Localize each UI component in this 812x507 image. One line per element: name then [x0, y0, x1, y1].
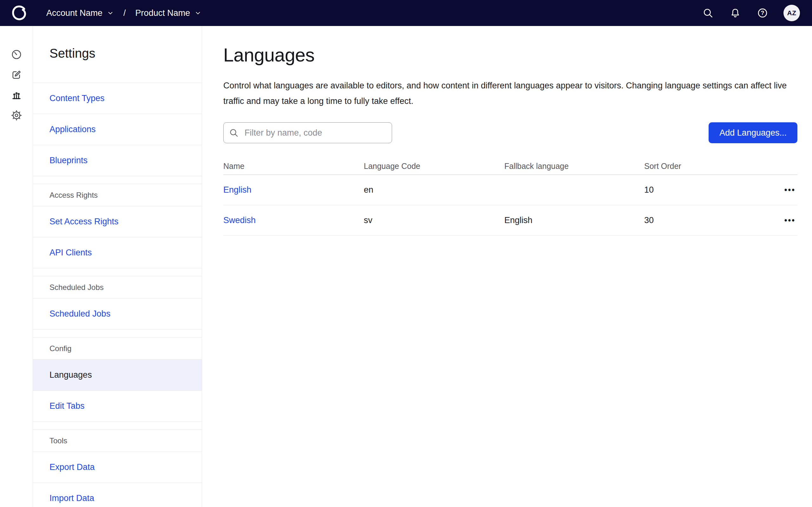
compose-icon[interactable] [9, 69, 23, 80]
table-row-english: Englishen10••• [223, 175, 798, 205]
language-name-link[interactable]: Swedish [223, 216, 364, 225]
table-header: NameLanguage CodeFallback languageSort O… [223, 158, 798, 175]
search-icon[interactable] [702, 7, 714, 19]
breadcrumb-separator: / [123, 8, 126, 18]
avatar[interactable]: AZ [783, 5, 800, 21]
column-header-language-code: Language Code [364, 162, 504, 171]
sidebar-group-heading-access-rights: Access Rights [33, 184, 202, 206]
language-name-link[interactable]: English [223, 185, 364, 195]
sidebar-item-export-data[interactable]: Export Data [33, 452, 202, 483]
filter-search-icon [229, 128, 239, 137]
sidebar-group: ConfigLanguagesEdit Tabs [33, 337, 202, 422]
sidebar-groups: Content TypesApplicationsBlueprintsAcces… [33, 83, 202, 507]
language-code: en [364, 185, 504, 195]
sidebar-group: Access RightsSet Access RightsAPI Client… [33, 184, 202, 268]
sidebar: Settings Content TypesApplicationsBluepr… [33, 26, 202, 507]
product-name-label: Product Name [136, 8, 190, 18]
account-name-label: Account Name [46, 8, 102, 18]
app-logo[interactable] [9, 4, 28, 22]
column-header-fallback-language: Fallback language [504, 162, 644, 171]
chevron-down-icon [107, 9, 114, 16]
sort-order: 10 [644, 185, 767, 195]
column-header-sort-order: Sort Order [644, 162, 767, 171]
column-header-name: Name [223, 162, 364, 171]
top-bar: Account Name / Product Name ? [0, 0, 812, 26]
help-icon[interactable]: ? [756, 7, 769, 19]
filter-row: Add Languages... [223, 122, 798, 143]
sidebar-group: ToolsExport DataImport Data [33, 429, 202, 507]
sidebar-item-import-data[interactable]: Import Data [33, 483, 202, 507]
sidebar-title: Settings [49, 46, 202, 60]
sidebar-item-scheduled-jobs[interactable]: Scheduled Jobs [33, 298, 202, 330]
sidebar-item-edit-tabs[interactable]: Edit Tabs [33, 391, 202, 422]
sidebar-item-api-clients[interactable]: API Clients [33, 237, 202, 268]
language-code: sv [364, 216, 504, 225]
languages-table: NameLanguage CodeFallback languageSort O… [223, 158, 798, 236]
add-languages-button[interactable]: Add Languages... [709, 122, 798, 143]
row-menu-button[interactable]: ••• [782, 183, 798, 196]
dashboard-icon[interactable] [9, 49, 23, 60]
icon-rail [0, 26, 33, 507]
sidebar-item-set-access-rights[interactable]: Set Access Rights [33, 206, 202, 237]
sidebar-group-heading-config: Config [33, 337, 202, 360]
main-content: Languages Control what languages are ava… [202, 26, 812, 507]
sidebar-group-heading-tools: Tools [33, 430, 202, 452]
sidebar-item-applications[interactable]: Applications [33, 114, 202, 145]
chevron-down-icon [194, 9, 201, 16]
filter-input-wrapper [223, 122, 392, 143]
sidebar-item-content-types[interactable]: Content Types [33, 83, 202, 114]
sidebar-group: Content TypesApplicationsBlueprints [33, 83, 202, 176]
page-description: Control what languages are available to … [223, 78, 798, 109]
notifications-bell-icon[interactable] [729, 7, 742, 19]
row-menu-button[interactable]: ••• [782, 214, 798, 227]
sort-order: 30 [644, 216, 767, 225]
table-row-swedish: SwedishsvEnglish30••• [223, 205, 798, 236]
sidebar-group-heading-scheduled-jobs: Scheduled Jobs [33, 276, 202, 298]
sidebar-item-blueprints[interactable]: Blueprints [33, 145, 202, 176]
filter-input[interactable] [223, 122, 392, 143]
product-menu[interactable]: Product Name [136, 8, 202, 18]
svg-text:?: ? [761, 10, 764, 16]
app-logo-icon [10, 4, 28, 22]
sidebar-item-languages[interactable]: Languages [33, 360, 202, 391]
table-body: Englishen10•••SwedishsvEnglish30••• [223, 175, 798, 236]
reports-icon[interactable] [9, 89, 23, 101]
fallback-language: English [504, 216, 644, 225]
topbar-actions: ? AZ [702, 5, 800, 21]
settings-gear-icon[interactable] [9, 110, 23, 121]
page-title: Languages [223, 44, 798, 66]
account-menu[interactable]: Account Name [46, 8, 114, 18]
sidebar-group: Scheduled JobsScheduled Jobs [33, 276, 202, 330]
